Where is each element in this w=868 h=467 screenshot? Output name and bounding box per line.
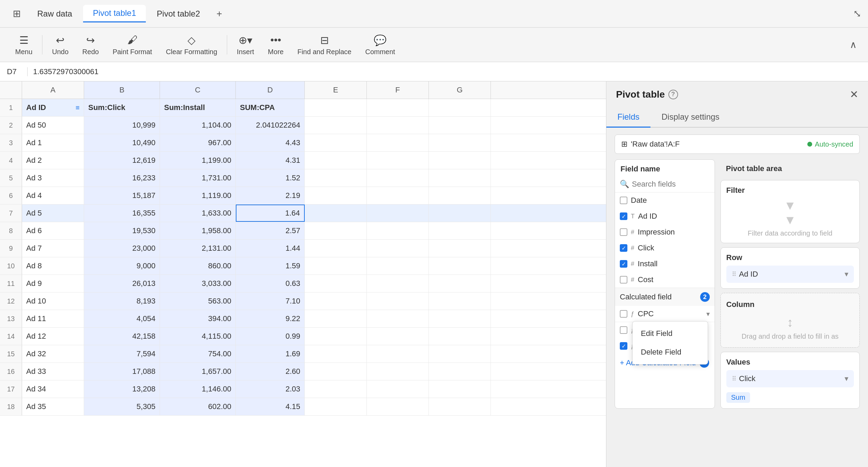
cell[interactable] [305,328,367,345]
cell[interactable]: 2,131.00 [160,240,236,257]
cell[interactable]: 2.57 [236,222,305,239]
cell[interactable]: 9.22 [236,310,305,327]
cell[interactable]: 4.15 [236,398,305,415]
cell[interactable] [429,187,491,204]
search-input[interactable] [632,180,710,189]
cell[interactable] [305,152,367,169]
more-button[interactable]: ••• More [261,31,291,59]
cell[interactable]: Ad 32 [22,345,84,362]
cell[interactable]: 394.00 [160,310,236,327]
cell[interactable]: 1.64 [236,205,305,222]
tab-pivot-table1[interactable]: Pivot table1 [83,5,145,22]
cell[interactable]: Ad ID ≡ [22,99,84,116]
cell[interactable] [429,152,491,169]
field-checkbox-impression[interactable] [620,228,627,236]
cell[interactable]: Ad 50 [22,117,84,134]
cell[interactable]: 1.44 [236,240,305,257]
cell[interactable] [305,134,367,151]
values-field-item[interactable]: ⠿ Click ▾ [726,370,854,387]
add-sheet-button[interactable]: + [211,6,228,22]
cell[interactable]: 1,633.00 [160,205,236,222]
field-checkbox-extra[interactable] [620,197,627,204]
calc-item-cpc[interactable]: ƒ CPC ▾ Edit Field Delete Field [615,306,715,322]
delete-field-button[interactable]: Delete Field [633,343,708,361]
cell[interactable]: 26,013 [84,275,160,292]
cell[interactable]: 1,657.00 [160,363,236,380]
cell[interactable]: 0.63 [236,275,305,292]
cell[interactable]: 1,958.00 [160,222,236,239]
cell[interactable] [367,363,429,380]
cell[interactable]: Ad 6 [22,222,84,239]
cell[interactable]: 12,619 [84,152,160,169]
cell[interactable] [429,345,491,362]
cell[interactable]: 8,193 [84,292,160,310]
cell[interactable]: Ad 8 [22,257,84,275]
cell[interactable] [305,257,367,275]
cell[interactable] [429,117,491,134]
cell[interactable] [305,117,367,134]
cell[interactable]: Ad 1 [22,134,84,151]
cell[interactable] [367,152,429,169]
cell[interactable]: 1.59 [236,257,305,275]
field-checkbox-cost[interactable] [620,276,627,284]
toolbar-collapse-button[interactable]: ∧ [847,36,860,53]
chevron-down-icon[interactable]: ▾ [706,310,710,318]
cell[interactable] [305,99,367,116]
row-chevron-icon[interactable]: ▾ [845,270,848,279]
row-field-item[interactable]: ⠿ Ad ID ▾ [726,266,854,283]
cell[interactable]: Ad 11 [22,310,84,327]
cell[interactable]: 1,119.00 [160,187,236,204]
cell[interactable]: 4,115.00 [160,328,236,345]
tab-pivot-table2[interactable]: Pivot table2 [147,6,210,22]
cell[interactable] [429,134,491,151]
cell[interactable]: 1,731.00 [160,169,236,187]
menu-button[interactable]: ☰ Menu [8,31,39,59]
cell[interactable]: Ad 5 [22,205,84,222]
cell[interactable]: 13,208 [84,380,160,398]
cell[interactable] [305,398,367,415]
field-item-cost[interactable]: #Cost [615,272,715,288]
cell[interactable] [429,257,491,275]
cell[interactable] [367,292,429,310]
cell[interactable] [367,240,429,257]
cell[interactable] [429,292,491,310]
weekday-checkbox[interactable] [620,326,627,334]
cell[interactable] [367,169,429,187]
cell[interactable] [305,222,367,239]
cell[interactable] [305,345,367,362]
cell[interactable] [367,187,429,204]
cell[interactable]: 4,054 [84,310,160,327]
cell[interactable]: 2.60 [236,363,305,380]
tab-fields[interactable]: Fields [606,107,650,128]
field-item-impression[interactable]: #Impression [615,224,715,240]
cell[interactable] [305,240,367,257]
tab-display-settings[interactable]: Display settings [650,107,730,128]
cell[interactable] [429,240,491,257]
cell[interactable] [367,257,429,275]
cell[interactable]: 5,305 [84,398,160,415]
cpc-checkbox[interactable] [620,310,627,318]
cell[interactable]: Ad 12 [22,328,84,345]
cell[interactable]: 17,088 [84,363,160,380]
cell[interactable]: Ad 10 [22,292,84,310]
cell[interactable]: 563.00 [160,292,236,310]
cell[interactable] [367,310,429,327]
cell[interactable] [429,310,491,327]
cell[interactable] [305,187,367,204]
field-item-ad-id[interactable]: ✓TAd ID [615,208,715,224]
cell[interactable] [429,99,491,116]
cell[interactable] [429,169,491,187]
field-checkbox-click[interactable]: ✓ [620,244,627,252]
field-checkbox-ad id[interactable]: ✓ [620,212,627,220]
cell[interactable]: 1.52 [236,169,305,187]
field-item-install[interactable]: ✓#Install [615,256,715,272]
cell[interactable]: 2.19 [236,187,305,204]
cell[interactable]: 0.99 [236,328,305,345]
data-source-bar[interactable]: ⊞ 'Raw data'!A:F Auto-synced [615,135,860,154]
cell[interactable] [367,222,429,239]
cell[interactable]: Ad 7 [22,240,84,257]
cell[interactable]: 16,233 [84,169,160,187]
comment-button[interactable]: 💬 Comment [358,31,402,59]
cell[interactable] [367,380,429,398]
cell[interactable]: Ad 4 [22,187,84,204]
